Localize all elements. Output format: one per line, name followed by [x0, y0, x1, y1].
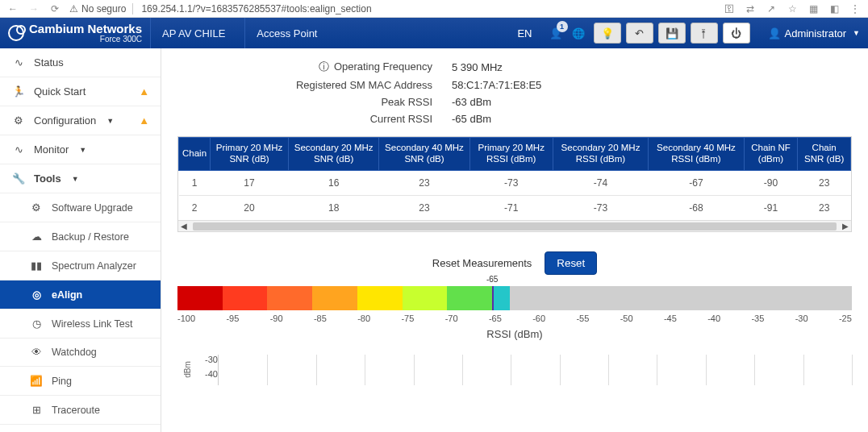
table-row: 2201823-71-73-68-9123	[179, 195, 851, 220]
chain-table: ChainPrimary 20 MHz SNR (dB)Secondary 20…	[178, 137, 851, 220]
alert-badge: 1	[557, 21, 568, 32]
app-icon[interactable]: ▦	[807, 3, 820, 15]
scroll-left-icon[interactable]: ◀	[178, 221, 190, 232]
reload-icon[interactable]: ⟳	[48, 3, 61, 15]
peak-rssi-value: -63 dBm	[452, 96, 491, 108]
sidebar-item-status[interactable]: ∿Status	[0, 48, 161, 77]
scroll-right-icon[interactable]: ▶	[840, 221, 851, 232]
forward-icon[interactable]: →	[27, 3, 40, 15]
back-icon[interactable]: ←	[6, 3, 19, 15]
globe-icon[interactable]: 🌐	[571, 27, 586, 39]
horizontal-scrollbar[interactable]: ◀▶	[178, 220, 851, 231]
backup-icon: ☁	[29, 231, 44, 243]
app-header: Cambium Networks Force 300C AP AV CHILE …	[0, 18, 868, 48]
eye-icon: 👁	[29, 347, 44, 358]
brand-name: Cambium Networks	[29, 23, 142, 35]
caret-down-icon: ▼	[72, 175, 79, 183]
target-icon: ◎	[29, 289, 44, 301]
mini-grid	[218, 355, 852, 385]
brand[interactable]: Cambium Networks Force 300C	[8, 23, 142, 44]
sidebar-item-quickstart[interactable]: 🏃Quick Start▲	[0, 77, 161, 106]
current-rssi-value: -65 dBm	[452, 113, 491, 125]
admin-label: Administrator	[785, 27, 847, 39]
pulse-icon: ∿	[11, 56, 26, 69]
extension-icon[interactable]: ◧	[828, 3, 841, 15]
security-warning[interactable]: ⚠No seguro	[69, 3, 133, 15]
reset-row: Reset Measurements Reset	[177, 251, 852, 275]
table-row: 1171623-73-74-67-9023	[179, 170, 851, 195]
op-freq-value: 5 390 MHz	[452, 61, 503, 73]
warning-icon: ▲	[139, 114, 149, 127]
gear-icon: ⚙	[29, 201, 44, 214]
rssi-history-chart: dBm -30-40	[177, 355, 852, 385]
pulse-icon: ∿	[11, 143, 26, 156]
sidebar-item-wlt[interactable]: ◷Wireless Link Test	[0, 309, 161, 339]
browser-address-bar: ← → ⟳ ⚠No seguro 169.254.1.1/?v=16835762…	[0, 0, 868, 18]
export-button[interactable]: ⭱	[691, 23, 718, 44]
sidebar-item-tools[interactable]: 🔧Tools▼	[0, 164, 161, 193]
person-icon: 👤	[768, 27, 781, 39]
share-icon[interactable]: ↗	[765, 3, 778, 15]
run-icon: 🏃	[11, 85, 26, 98]
warning-icon: ▲	[139, 85, 149, 98]
idea-button[interactable]: 💡	[594, 23, 621, 44]
rssi-meter	[177, 286, 852, 310]
language-selector[interactable]: EN	[509, 27, 540, 39]
main-content: ⓘOperating Frequency5 390 MHz Registered…	[161, 48, 868, 432]
info-icon: ⓘ	[319, 60, 329, 73]
peak-rssi-label: Peak RSSI	[177, 96, 452, 108]
caret-down-icon: ▼	[79, 146, 86, 154]
sidebar-item-watchdog[interactable]: 👁Watchdog	[0, 339, 161, 367]
mini-yvalues: -30-40	[197, 355, 218, 385]
toolbar: 💡 ↶ 💾 ⭱ ⏻	[594, 23, 750, 44]
sidebar-item-traceroute[interactable]: ⊞Traceroute	[0, 396, 161, 425]
caret-down-icon: ▼	[853, 29, 860, 37]
wrench-icon: 🔧	[11, 172, 26, 185]
sidebar-item-spectrum[interactable]: ▮▮Spectrum Analyzer	[0, 251, 161, 280]
power-button[interactable]: ⏻	[723, 23, 750, 44]
admin-menu[interactable]: 👤 Administrator ▼	[768, 27, 861, 39]
sidebar-item-ealign[interactable]: ◎eAlign	[0, 280, 161, 309]
rssi-marker-value: -65	[486, 275, 498, 284]
sidebar-item-monitor[interactable]: ∿Monitor▼	[0, 135, 161, 164]
bars-icon: ▮▮	[29, 260, 44, 272]
chain-table-wrapper: ChainPrimary 20 MHz SNR (dB)Secondary 20…	[177, 136, 852, 232]
star-icon[interactable]: ☆	[786, 3, 799, 15]
current-rssi-label: Current RSSI	[177, 113, 452, 125]
rssi-axis-label: RSSI (dBm)	[177, 328, 852, 340]
sidebar-item-configuration[interactable]: ⚙Configuration▼▲	[0, 106, 161, 135]
op-freq-label: Operating Frequency	[334, 60, 432, 73]
sidebar-item-backup[interactable]: ☁Backup / Restore	[0, 222, 161, 251]
reset-button[interactable]: Reset	[545, 251, 597, 275]
header-link-mode[interactable]: Access Point	[244, 18, 328, 48]
mini-ylabel: dBm	[177, 355, 197, 385]
sidebar-item-software[interactable]: ⚙Software Upgrade	[0, 193, 161, 222]
url-text[interactable]: 169.254.1.1/?v=1683576285537#tools:ealig…	[141, 3, 371, 15]
info-block: ⓘOperating Frequency5 390 MHz Registered…	[177, 60, 852, 125]
mac-value: 58:C1:7A:71:E8:E5	[452, 79, 541, 91]
caret-down-icon: ▼	[106, 117, 114, 125]
brand-model: Force 300C	[29, 35, 142, 44]
route-icon: ⊞	[29, 404, 44, 416]
translate-icon[interactable]: ⇄	[744, 3, 757, 15]
key-icon[interactable]: ⚿	[723, 3, 736, 15]
menu-icon[interactable]: ⋮	[849, 3, 862, 15]
brand-logo-icon	[8, 25, 24, 41]
rssi-ticks: -100-95-90-85-80-75-70-65-60-55-50-45-40…	[177, 314, 852, 323]
gear-icon: ⚙	[11, 114, 26, 127]
sidebar: ∿Status 🏃Quick Start▲ ⚙Configuration▼▲ ∿…	[0, 48, 161, 432]
mac-label: Registered SM MAC Address	[177, 79, 452, 91]
undo-button[interactable]: ↶	[626, 23, 653, 44]
header-link-site[interactable]: AP AV CHILE	[150, 18, 236, 48]
user-icon[interactable]: 👤1	[549, 27, 563, 39]
table-header-row: ChainPrimary 20 MHz SNR (dB)Secondary 20…	[179, 138, 851, 171]
scrollbar-thumb[interactable]	[193, 222, 837, 231]
save-button[interactable]: 💾	[658, 23, 686, 44]
sidebar-item-ping[interactable]: 📶Ping	[0, 367, 161, 396]
warning-icon: ⚠	[69, 3, 78, 15]
gauge-icon: ◷	[29, 318, 44, 330]
signal-icon: 📶	[29, 375, 44, 387]
reset-label: Reset Measurements	[432, 257, 532, 269]
